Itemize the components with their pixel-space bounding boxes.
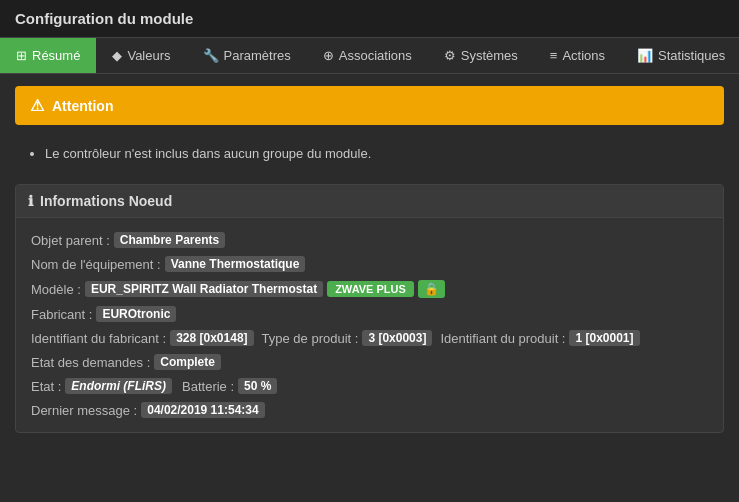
row-objet-parent: Objet parent : Chambre Parents [31, 228, 708, 252]
tab-parametres-label: Paramètres [224, 48, 291, 63]
value-etat-demandes: Complete [154, 354, 221, 370]
lock-icon: 🔒 [418, 280, 445, 298]
value-identifiant-produit: 1 [0x0001] [569, 330, 639, 346]
tab-parametres[interactable]: 🔧 Paramètres [187, 38, 307, 73]
row-nom-equipement: Nom de l'équipement : Vanne Thermostatiq… [31, 252, 708, 276]
tab-associations-label: Associations [339, 48, 412, 63]
value-objet-parent: Chambre Parents [114, 232, 225, 248]
tab-actions-label: Actions [562, 48, 605, 63]
page-header: Configuration du module [0, 0, 739, 38]
value-fabricant: EUROtronic [96, 306, 176, 322]
label-nom-equipement: Nom de l'équipement : [31, 257, 161, 272]
tab-resume-label: Résumé [32, 48, 80, 63]
row-dernier-message: Dernier message : 04/02/2019 11:54:34 [31, 398, 708, 422]
value-etat: Endormi (FLiRS) [65, 378, 172, 394]
row-identifiant-fabricant: Identifiant du fabricant : 328 [0x0148] … [31, 326, 708, 350]
info-section: ℹ Informations Noeud Objet parent : Cham… [15, 184, 724, 433]
alert-message-item: Le contrôleur n'est inclus dans aucun gr… [45, 146, 709, 161]
statistiques-icon: 📊 [637, 48, 653, 63]
row-etat: Etat : Endormi (FLiRS) Batterie : 50 % [31, 374, 708, 398]
resume-icon: ⊞ [16, 48, 27, 63]
info-section-header: ℹ Informations Noeud [16, 185, 723, 218]
label-etat-demandes: Etat des demandes : [31, 355, 150, 370]
badge-zwave-plus: ZWAVE PLUS [327, 281, 414, 297]
value-dernier-message: 04/02/2019 11:54:34 [141, 402, 264, 418]
value-type-produit: 3 [0x0003] [362, 330, 432, 346]
tab-statistiques[interactable]: 📊 Statistiques [621, 38, 739, 73]
label-identifiant-fabricant: Identifiant du fabricant : [31, 331, 166, 346]
warning-icon: ⚠ [30, 96, 44, 115]
tabs-bar: ⊞ Résumé ◆ Valeurs 🔧 Paramètres ⊕ Associ… [0, 38, 739, 74]
label-etat: Etat : [31, 379, 61, 394]
label-objet-parent: Objet parent : [31, 233, 110, 248]
label-type-produit: Type de produit : [262, 331, 359, 346]
associations-icon: ⊕ [323, 48, 334, 63]
tab-actions[interactable]: ≡ Actions [534, 38, 621, 73]
value-batterie: 50 % [238, 378, 277, 394]
info-section-body: Objet parent : Chambre Parents Nom de l'… [16, 218, 723, 432]
systemes-icon: ⚙ [444, 48, 456, 63]
tab-resume[interactable]: ⊞ Résumé [0, 38, 96, 73]
alert-message-list: Le contrôleur n'est inclus dans aucun gr… [15, 135, 724, 172]
label-dernier-message: Dernier message : [31, 403, 137, 418]
row-modele: Modèle : EUR_SPIRITZ Wall Radiator Therm… [31, 276, 708, 302]
tab-statistiques-label: Statistiques [658, 48, 725, 63]
value-nom-equipement: Vanne Thermostatique [165, 256, 306, 272]
tab-valeurs-label: Valeurs [127, 48, 170, 63]
row-etat-demandes: Etat des demandes : Complete [31, 350, 708, 374]
valeurs-icon: ◆ [112, 48, 122, 63]
tab-systemes-label: Systèmes [461, 48, 518, 63]
tab-valeurs[interactable]: ◆ Valeurs [96, 38, 186, 73]
tab-associations[interactable]: ⊕ Associations [307, 38, 428, 73]
row-fabricant: Fabricant : EUROtronic [31, 302, 708, 326]
info-icon: ℹ [28, 193, 33, 209]
actions-icon: ≡ [550, 48, 558, 63]
label-fabricant: Fabricant : [31, 307, 92, 322]
label-modele: Modèle : [31, 282, 81, 297]
label-batterie: Batterie : [182, 379, 234, 394]
value-modele: EUR_SPIRITZ Wall Radiator Thermostat [85, 281, 323, 297]
tab-systemes[interactable]: ⚙ Systèmes [428, 38, 534, 73]
parametres-icon: 🔧 [203, 48, 219, 63]
alert-title: Attention [52, 98, 113, 114]
page-title: Configuration du module [15, 10, 193, 27]
info-section-title: Informations Noeud [40, 193, 172, 209]
label-identifiant-produit: Identifiant du produit : [440, 331, 565, 346]
value-identifiant-fabricant: 328 [0x0148] [170, 330, 253, 346]
alert-warning: ⚠ Attention [15, 86, 724, 125]
